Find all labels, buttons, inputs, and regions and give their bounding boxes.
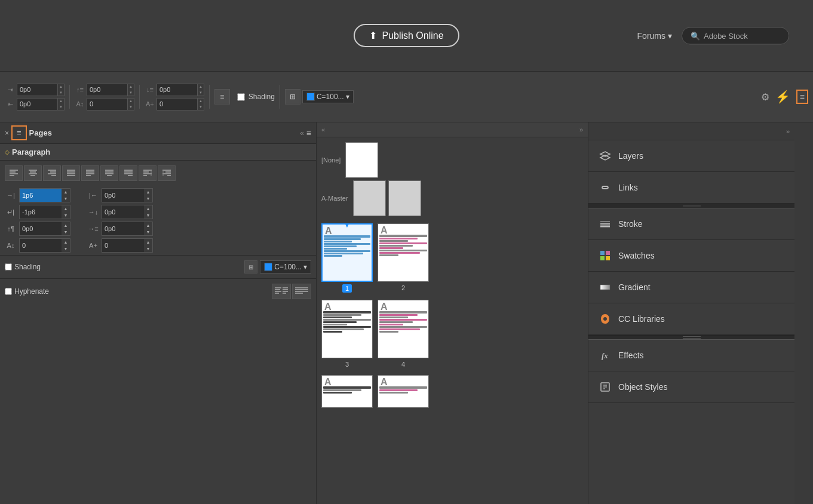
publish-online-button[interactable]: ⬆ Publish Online <box>354 24 459 47</box>
hyphenate-btn-2[interactable] <box>292 284 311 299</box>
toolbar-lightning-icon[interactable]: ⚡ <box>775 90 790 104</box>
baseline-left-input[interactable] <box>20 239 62 252</box>
panel-item-gradient[interactable]: Gradient <box>588 272 794 303</box>
right-panel-collapse[interactable]: » <box>786 128 790 135</box>
baseline-left-group[interactable]: ▲ ▼ <box>19 238 70 253</box>
panel-collapse-left[interactable]: « <box>300 129 304 137</box>
space-right-spin-down[interactable]: ▼ <box>144 212 152 219</box>
page-thumbnail-5[interactable]: A <box>321 375 373 408</box>
space-before-spin-down[interactable]: ▼ <box>62 229 70 235</box>
space-before-group[interactable]: ▲ ▼ <box>19 222 70 236</box>
none-thumb-1[interactable] <box>345 142 378 178</box>
panel-item-layers[interactable]: Layers <box>588 140 794 172</box>
toolbar-input-field3-row1[interactable]: ▲ ▼ <box>157 84 204 96</box>
shading-color-button[interactable]: C=100... ▾ <box>260 260 311 273</box>
list-options-button[interactable]: ≡ <box>214 89 230 105</box>
toolbar-input-field1-row2[interactable]: ▲ ▼ <box>17 98 65 110</box>
space-after-spin-down[interactable]: ▼ <box>144 229 152 235</box>
panel-item-swatches[interactable]: Swatches <box>588 240 794 272</box>
panel-item-links[interactable]: Links <box>588 172 794 204</box>
first-line-spin-up[interactable]: ▲ <box>62 205 70 212</box>
left-indent-input-group[interactable]: ▲ ▼ <box>19 188 70 202</box>
toolbar-field3-row2-spin-up[interactable]: ▲ <box>198 99 204 105</box>
baseline-right-spin-down[interactable]: ▼ <box>144 245 152 252</box>
panel-item-cc-libraries[interactable]: CC Libraries <box>588 303 794 335</box>
toolbar-field2-row1-spin-up[interactable]: ▲ <box>128 84 134 90</box>
pages-panel-icon-highlighted[interactable]: ≡ <box>11 125 27 140</box>
toolbar-field1-row2-input[interactable] <box>17 98 57 110</box>
page-thumbnail-6[interactable]: A <box>378 375 429 408</box>
space-after-group[interactable]: ▲ ▼ <box>102 222 153 236</box>
grid-icon-button[interactable]: ⊞ <box>285 89 300 105</box>
page-thumbnail-1[interactable]: ▼ A 1 <box>321 223 373 293</box>
space-before-spin-up[interactable]: ▲ <box>62 222 70 229</box>
toolbar-field1-row1-input[interactable] <box>17 84 57 96</box>
space-right-input[interactable] <box>102 205 144 219</box>
left-indent-spin-down[interactable]: ▼ <box>62 195 70 202</box>
toolbar-field1-row1-spin-up[interactable]: ▲ <box>58 84 64 90</box>
shading-grid-button[interactable]: ⊞ <box>244 260 257 273</box>
right-indent-spin-down[interactable]: ▼ <box>144 195 152 202</box>
paragraph-panel-close[interactable]: × <box>5 129 9 137</box>
align-justify-last-center-button[interactable] <box>100 165 118 181</box>
toolbar-input-field2-row1[interactable]: ▲ ▼ <box>87 84 134 96</box>
toolbar-field2-row2-input[interactable] <box>87 98 127 110</box>
panel-item-effects[interactable]: fx Effects <box>588 340 794 371</box>
align-justify-last-left-button[interactable] <box>81 165 99 181</box>
panel-item-object-styles[interactable]: Object Styles <box>588 371 794 403</box>
baseline-left-spin-up[interactable]: ▲ <box>62 239 70 245</box>
toolbar-input-field3-row2[interactable]: ▲ ▼ <box>157 98 204 110</box>
first-line-spin-down[interactable]: ▼ <box>62 212 70 219</box>
space-after-spin-up[interactable]: ▲ <box>144 222 152 229</box>
page-thumbnail-2[interactable]: A 2 <box>378 223 429 293</box>
shading-checkbox-label[interactable]: Shading <box>5 263 41 271</box>
align-toward-spine-button[interactable] <box>139 165 157 181</box>
forums-button[interactable]: Forums ▾ <box>637 31 672 41</box>
toolbar-gear-icon[interactable]: ⚙ <box>761 91 769 103</box>
toolbar-shading-checkbox[interactable] <box>237 93 245 101</box>
align-justify-button[interactable] <box>62 165 80 181</box>
baseline-left-spin-down[interactable]: ▼ <box>62 245 70 252</box>
align-center-button[interactable] <box>24 165 42 181</box>
toolbar-field3-row1-spin-down[interactable]: ▼ <box>198 90 204 96</box>
toolbar-color-swatch-button[interactable]: C=100... ▾ <box>302 90 354 103</box>
space-after-input[interactable] <box>102 222 144 235</box>
toolbar-field1-row1-spin-down[interactable]: ▼ <box>58 90 64 96</box>
pages-double-arrow-right[interactable]: » <box>579 126 583 133</box>
hyphenate-btn-1[interactable] <box>272 284 291 299</box>
align-right-button[interactable] <box>43 165 61 181</box>
align-justify-last-right-button[interactable] <box>119 165 137 181</box>
toolbar-field3-row2-input[interactable] <box>157 98 197 110</box>
toolbar-field2-row2-spin-down[interactable]: ▼ <box>128 104 134 110</box>
pages-panel-tab[interactable]: Pages <box>29 128 52 137</box>
page-thumbnail-4[interactable]: A 4 <box>378 300 429 368</box>
page-thumbnail-3[interactable]: A 3 <box>321 300 373 368</box>
toolbar-field2-row2-spin-up[interactable]: ▲ <box>128 99 134 105</box>
pages-double-arrow-left[interactable]: « <box>321 126 325 133</box>
toolbar-field2-row1-spin-down[interactable]: ▼ <box>128 90 134 96</box>
right-indent-input[interactable] <box>102 189 144 202</box>
right-indent-spin-up[interactable]: ▲ <box>144 189 152 195</box>
left-indent-spin-up[interactable]: ▲ <box>62 189 70 195</box>
baseline-right-input[interactable] <box>102 239 144 252</box>
space-before-input[interactable] <box>20 222 62 235</box>
adobe-stock-search[interactable]: 🔍 Adobe Stock <box>682 27 789 44</box>
align-left-button[interactable] <box>5 165 23 181</box>
left-indent-input[interactable] <box>20 189 62 202</box>
first-line-indent-group[interactable]: ▲ ▼ <box>19 205 70 219</box>
shading-checkbox[interactable] <box>5 263 12 271</box>
toolbar-input-field2-row2[interactable]: ▲ ▼ <box>87 98 134 110</box>
space-right-spin-up[interactable]: ▲ <box>144 205 152 212</box>
align-away-spine-button[interactable] <box>158 165 176 181</box>
panel-item-stroke[interactable]: Stroke <box>588 208 794 240</box>
toolbar-menu-button[interactable]: ≡ <box>796 90 808 104</box>
a-master-right-thumb[interactable] <box>388 180 421 216</box>
toolbar-field3-row1-spin-up[interactable]: ▲ <box>198 84 204 90</box>
baseline-right-group[interactable]: ▲ ▼ <box>102 238 153 253</box>
a-master-left-thumb[interactable] <box>353 180 386 216</box>
toolbar-input-field1-row1[interactable]: ▲ ▼ <box>17 84 65 96</box>
pages-menu-icon[interactable]: ≡ <box>306 128 311 138</box>
baseline-right-spin-up[interactable]: ▲ <box>144 239 152 245</box>
space-right-group[interactable]: ▲ ▼ <box>102 205 153 219</box>
right-indent-input-group[interactable]: ▲ ▼ <box>102 188 153 202</box>
